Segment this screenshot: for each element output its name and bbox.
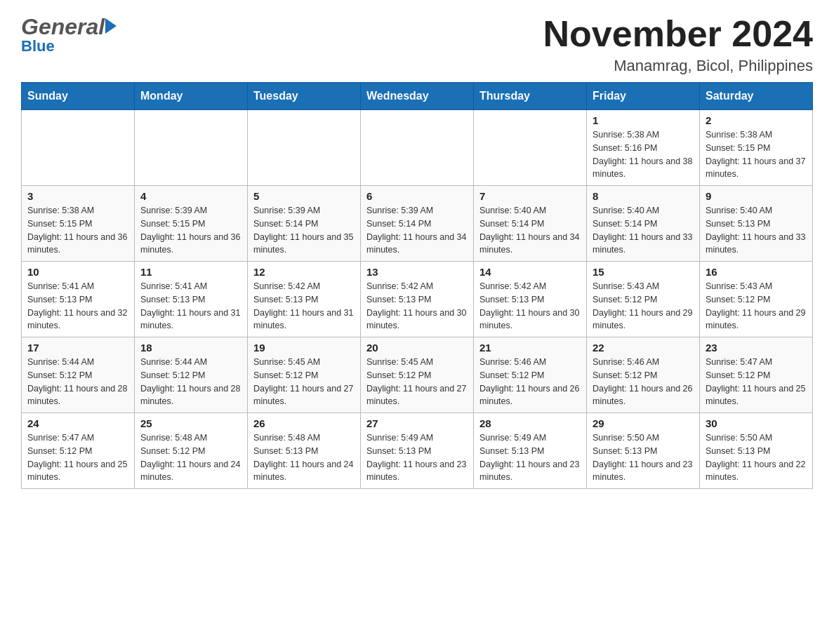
day-info: Sunrise: 5:39 AM Sunset: 5:15 PM Dayligh…: [140, 204, 241, 257]
day-info: Sunrise: 5:41 AM Sunset: 5:13 PM Dayligh…: [27, 280, 128, 333]
col-wednesday: Wednesday: [361, 83, 474, 110]
calendar-week-row: 1Sunrise: 5:38 AM Sunset: 5:16 PM Daylig…: [22, 110, 813, 186]
day-number: 22: [593, 342, 694, 354]
day-number: 23: [706, 342, 807, 354]
table-row: 19Sunrise: 5:45 AM Sunset: 5:12 PM Dayli…: [248, 337, 361, 413]
table-row: 9Sunrise: 5:40 AM Sunset: 5:13 PM Daylig…: [700, 186, 813, 262]
month-title: November 2024: [543, 14, 813, 54]
table-row: 5Sunrise: 5:39 AM Sunset: 5:14 PM Daylig…: [248, 186, 361, 262]
day-number: 13: [366, 266, 468, 278]
table-row: 26Sunrise: 5:48 AM Sunset: 5:13 PM Dayli…: [248, 413, 361, 489]
table-row: 4Sunrise: 5:39 AM Sunset: 5:15 PM Daylig…: [135, 186, 248, 262]
day-info: Sunrise: 5:47 AM Sunset: 5:12 PM Dayligh…: [706, 356, 807, 408]
table-row: 29Sunrise: 5:50 AM Sunset: 5:13 PM Dayli…: [587, 413, 700, 489]
day-number: 19: [253, 342, 355, 354]
col-saturday: Saturday: [700, 83, 813, 110]
calendar-header-row: Sunday Monday Tuesday Wednesday Thursday…: [22, 83, 813, 110]
location-subtitle: Manamrag, Bicol, Philippines: [543, 57, 813, 75]
day-info: Sunrise: 5:48 AM Sunset: 5:13 PM Dayligh…: [253, 431, 355, 484]
table-row: [135, 110, 248, 186]
calendar-table: Sunday Monday Tuesday Wednesday Thursday…: [21, 82, 813, 489]
day-info: Sunrise: 5:49 AM Sunset: 5:13 PM Dayligh…: [366, 431, 468, 484]
day-info: Sunrise: 5:38 AM Sunset: 5:16 PM Dayligh…: [593, 128, 694, 181]
day-number: 21: [479, 342, 581, 354]
col-thursday: Thursday: [474, 83, 587, 110]
day-info: Sunrise: 5:40 AM Sunset: 5:14 PM Dayligh…: [593, 204, 694, 257]
day-number: 24: [27, 417, 128, 429]
day-info: Sunrise: 5:40 AM Sunset: 5:13 PM Dayligh…: [706, 204, 807, 257]
day-info: Sunrise: 5:42 AM Sunset: 5:13 PM Dayligh…: [253, 280, 355, 333]
table-row: 20Sunrise: 5:45 AM Sunset: 5:12 PM Dayli…: [361, 337, 474, 413]
table-row: 6Sunrise: 5:39 AM Sunset: 5:14 PM Daylig…: [361, 186, 474, 262]
day-info: Sunrise: 5:42 AM Sunset: 5:13 PM Dayligh…: [479, 280, 581, 333]
day-info: Sunrise: 5:48 AM Sunset: 5:12 PM Dayligh…: [140, 431, 241, 484]
day-info: Sunrise: 5:45 AM Sunset: 5:12 PM Dayligh…: [366, 356, 468, 408]
day-info: Sunrise: 5:50 AM Sunset: 5:13 PM Dayligh…: [593, 431, 694, 484]
day-info: Sunrise: 5:39 AM Sunset: 5:14 PM Dayligh…: [366, 204, 468, 257]
day-number: 8: [593, 190, 694, 202]
table-row: 7Sunrise: 5:40 AM Sunset: 5:14 PM Daylig…: [474, 186, 587, 262]
day-number: 10: [27, 266, 128, 278]
day-info: Sunrise: 5:47 AM Sunset: 5:12 PM Dayligh…: [27, 431, 128, 484]
table-row: [474, 110, 587, 186]
day-number: 16: [706, 266, 807, 278]
day-info: Sunrise: 5:43 AM Sunset: 5:12 PM Dayligh…: [706, 280, 807, 333]
day-number: 15: [593, 266, 694, 278]
table-row: 17Sunrise: 5:44 AM Sunset: 5:12 PM Dayli…: [22, 337, 135, 413]
day-number: 30: [706, 417, 807, 429]
table-row: 15Sunrise: 5:43 AM Sunset: 5:12 PM Dayli…: [587, 262, 700, 337]
table-row: [361, 110, 474, 186]
table-row: 23Sunrise: 5:47 AM Sunset: 5:12 PM Dayli…: [700, 337, 813, 413]
day-number: 25: [140, 417, 241, 429]
calendar-week-row: 24Sunrise: 5:47 AM Sunset: 5:12 PM Dayli…: [22, 413, 813, 489]
col-sunday: Sunday: [22, 83, 135, 110]
col-friday: Friday: [587, 83, 700, 110]
day-info: Sunrise: 5:49 AM Sunset: 5:13 PM Dayligh…: [479, 431, 581, 484]
day-number: 26: [253, 417, 355, 429]
day-info: Sunrise: 5:38 AM Sunset: 5:15 PM Dayligh…: [706, 128, 807, 181]
day-number: 12: [253, 266, 355, 278]
day-info: Sunrise: 5:41 AM Sunset: 5:13 PM Dayligh…: [140, 280, 241, 333]
table-row: 18Sunrise: 5:44 AM Sunset: 5:12 PM Dayli…: [135, 337, 248, 413]
day-info: Sunrise: 5:38 AM Sunset: 5:15 PM Dayligh…: [27, 204, 128, 257]
day-number: 2: [706, 114, 807, 126]
day-info: Sunrise: 5:44 AM Sunset: 5:12 PM Dayligh…: [140, 356, 241, 408]
day-info: Sunrise: 5:43 AM Sunset: 5:12 PM Dayligh…: [593, 280, 694, 333]
table-row: 2Sunrise: 5:38 AM Sunset: 5:15 PM Daylig…: [700, 110, 813, 186]
logo-area: General Blue: [21, 14, 117, 55]
calendar-week-row: 10Sunrise: 5:41 AM Sunset: 5:13 PM Dayli…: [22, 262, 813, 337]
day-number: 5: [253, 190, 355, 202]
table-row: 1Sunrise: 5:38 AM Sunset: 5:16 PM Daylig…: [587, 110, 700, 186]
day-number: 7: [479, 190, 581, 202]
table-row: 11Sunrise: 5:41 AM Sunset: 5:13 PM Dayli…: [135, 262, 248, 337]
logo-general-text: General: [21, 14, 105, 40]
table-row: 8Sunrise: 5:40 AM Sunset: 5:14 PM Daylig…: [587, 186, 700, 262]
logo-triangle-icon: [105, 18, 117, 34]
day-number: 6: [366, 190, 468, 202]
table-row: [22, 110, 135, 186]
day-number: 9: [706, 190, 807, 202]
table-row: 12Sunrise: 5:42 AM Sunset: 5:13 PM Dayli…: [248, 262, 361, 337]
logo-blue-text: Blue: [21, 37, 55, 55]
table-row: [248, 110, 361, 186]
table-row: 27Sunrise: 5:49 AM Sunset: 5:13 PM Dayli…: [361, 413, 474, 489]
day-number: 11: [140, 266, 241, 278]
col-monday: Monday: [135, 83, 248, 110]
day-number: 29: [593, 417, 694, 429]
table-row: 13Sunrise: 5:42 AM Sunset: 5:13 PM Dayli…: [361, 262, 474, 337]
table-row: 25Sunrise: 5:48 AM Sunset: 5:12 PM Dayli…: [135, 413, 248, 489]
day-number: 1: [593, 114, 694, 126]
day-info: Sunrise: 5:40 AM Sunset: 5:14 PM Dayligh…: [479, 204, 581, 257]
calendar-week-row: 17Sunrise: 5:44 AM Sunset: 5:12 PM Dayli…: [22, 337, 813, 413]
day-number: 27: [366, 417, 468, 429]
table-row: 24Sunrise: 5:47 AM Sunset: 5:12 PM Dayli…: [22, 413, 135, 489]
table-row: 30Sunrise: 5:50 AM Sunset: 5:13 PM Dayli…: [700, 413, 813, 489]
day-info: Sunrise: 5:42 AM Sunset: 5:13 PM Dayligh…: [366, 280, 468, 333]
table-row: 3Sunrise: 5:38 AM Sunset: 5:15 PM Daylig…: [22, 186, 135, 262]
table-row: 14Sunrise: 5:42 AM Sunset: 5:13 PM Dayli…: [474, 262, 587, 337]
day-info: Sunrise: 5:45 AM Sunset: 5:12 PM Dayligh…: [253, 356, 355, 408]
day-info: Sunrise: 5:46 AM Sunset: 5:12 PM Dayligh…: [479, 356, 581, 408]
day-info: Sunrise: 5:39 AM Sunset: 5:14 PM Dayligh…: [253, 204, 355, 257]
day-number: 3: [27, 190, 128, 202]
table-row: 28Sunrise: 5:49 AM Sunset: 5:13 PM Dayli…: [474, 413, 587, 489]
